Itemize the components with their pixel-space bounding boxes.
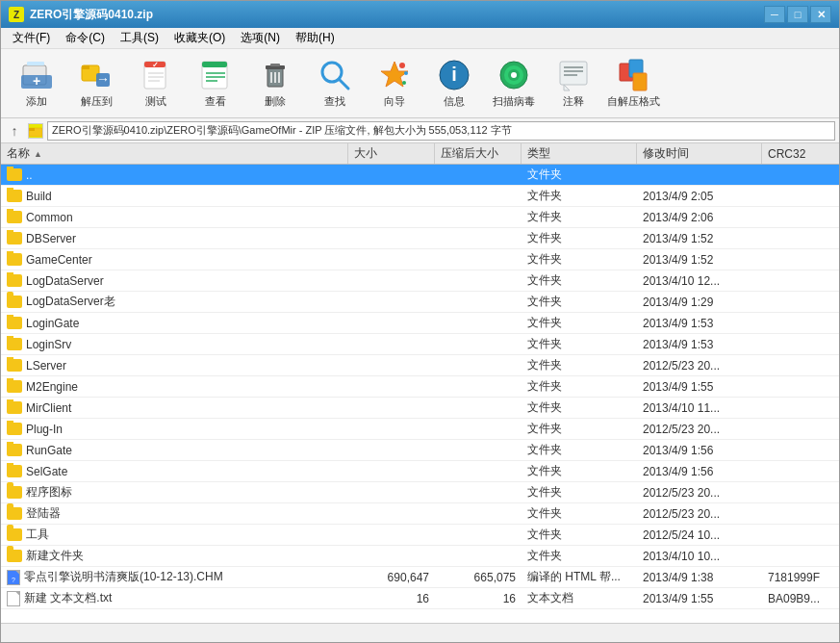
- file-modified-cell: 2012/5/23 20...: [637, 505, 762, 523]
- address-path[interactable]: ZERO引擎源码0410.zip\ZERO引擎源码\GameOfMir - ZI…: [47, 121, 835, 141]
- file-name-text: GameCenter: [26, 253, 92, 267]
- main-window: Z ZERO引擎源码0410.zip ─ □ ✕ 文件(F) 命令(C) 工具(…: [0, 0, 840, 643]
- header-size[interactable]: 大小: [348, 143, 435, 164]
- file-size-cell: [348, 491, 435, 495]
- file-name-text: Common: [26, 211, 73, 224]
- file-packed-cell: 665,075: [435, 569, 522, 586]
- view-button[interactable]: 查看: [188, 54, 243, 114]
- extract-icon: →: [79, 58, 114, 92]
- file-crc-cell: [762, 470, 839, 474]
- table-row[interactable]: Common文件夹2013/4/9 2:06: [1, 207, 839, 228]
- file-size-cell: [348, 237, 435, 241]
- info-button[interactable]: i 信息: [426, 54, 482, 114]
- table-row[interactable]: M2Engine文件夹2013/4/9 1:55: [1, 376, 839, 398]
- file-modified-cell: 2012/5/23 20...: [637, 484, 762, 502]
- header-type[interactable]: 类型: [522, 143, 637, 164]
- file-type-cell: 文件夹: [522, 419, 637, 439]
- file-size-cell: [348, 300, 435, 304]
- wizard-button[interactable]: 向导: [367, 54, 422, 114]
- file-name-text: LogDataServer老: [26, 294, 115, 310]
- menu-file[interactable]: 文件(F): [5, 28, 58, 48]
- file-modified-cell: 2013/4/9 2:06: [637, 209, 762, 226]
- table-row[interactable]: 新建 文本文档.txt1616文本文档2013/4/9 1:55BA09B9..…: [1, 588, 839, 609]
- table-row[interactable]: Build文件夹2013/4/9 2:05: [1, 186, 839, 207]
- table-row[interactable]: RunGate文件夹2013/4/9 1:56: [1, 440, 839, 461]
- comment-button[interactable]: 注释: [546, 54, 601, 114]
- folder-icon: [7, 550, 22, 562]
- table-row[interactable]: LoginSrv文件夹2013/4/9 1:53: [1, 334, 839, 355]
- file-size-cell: [348, 554, 435, 558]
- header-name[interactable]: 名称 ▲: [1, 143, 348, 164]
- extract-button[interactable]: → 解压到: [68, 54, 124, 114]
- file-name-text: 新建 文本文档.txt: [24, 590, 112, 606]
- file-packed-cell: [435, 427, 522, 431]
- file-modified-cell: 2013/4/9 2:05: [637, 188, 762, 205]
- svg-point-29: [404, 71, 408, 75]
- table-row[interactable]: 登陆器文件夹2012/5/23 20...: [1, 503, 839, 525]
- add-icon: +: [19, 58, 54, 92]
- table-row[interactable]: LoginGate文件夹2013/4/9 1:53: [1, 313, 839, 334]
- table-row[interactable]: ?零点引擎说明书清爽版(10-12-13).CHM690,647665,075编…: [1, 567, 839, 588]
- folder-icon: [7, 444, 22, 456]
- header-crc[interactable]: CRC32: [762, 145, 839, 163]
- test-icon: ✓: [139, 58, 173, 92]
- header-packed[interactable]: 压缩后大小: [435, 143, 522, 164]
- sfx-button[interactable]: 自解压格式: [605, 54, 661, 114]
- table-row[interactable]: SelGate文件夹2013/4/9 1:56: [1, 461, 839, 482]
- comment-label: 注释: [563, 94, 584, 109]
- file-name-text: 登陆器: [26, 505, 61, 522]
- svg-text:→: →: [96, 71, 110, 87]
- find-icon: [318, 58, 352, 92]
- table-row[interactable]: 新建文件夹文件夹2013/4/10 10...: [1, 546, 839, 567]
- folder-icon: [7, 423, 22, 435]
- file-size-cell: 690,647: [348, 569, 435, 586]
- back-button[interactable]: ↑: [5, 121, 24, 141]
- file-type-cell: 文件夹: [522, 546, 637, 566]
- svg-rect-46: [29, 128, 35, 131]
- file-size-cell: [348, 406, 435, 410]
- file-modified-cell: 2012/5/24 10...: [637, 527, 762, 544]
- status-bar: [1, 623, 839, 642]
- table-row[interactable]: LogDataServer老文件夹2013/4/9 1:29: [1, 292, 839, 313]
- menu-options[interactable]: 选项(N): [233, 28, 288, 48]
- file-crc-cell: [762, 406, 839, 410]
- file-crc-cell: [762, 427, 839, 431]
- file-size-cell: [348, 533, 435, 537]
- table-row[interactable]: Plug-In文件夹2012/5/23 20...: [1, 419, 839, 440]
- table-row[interactable]: LogDataServer文件夹2013/4/10 12...: [1, 270, 839, 292]
- header-modified[interactable]: 修改时间: [637, 143, 762, 164]
- file-modified-cell: 2013/4/9 1:53: [637, 315, 762, 332]
- file-packed-cell: 16: [435, 590, 522, 607]
- menu-tools[interactable]: 工具(S): [113, 28, 166, 48]
- file-size-cell: [348, 173, 435, 177]
- file-name-cell: RunGate: [1, 442, 348, 459]
- maximize-button[interactable]: □: [787, 6, 808, 23]
- table-row[interactable]: ..文件夹: [1, 165, 839, 186]
- folder-icon: [7, 465, 22, 477]
- file-crc-cell: 7181999F: [762, 569, 839, 586]
- file-modified-cell: 2013/4/10 12...: [637, 272, 762, 290]
- menu-help[interactable]: 帮助(H): [288, 28, 343, 48]
- app-icon: Z: [9, 7, 24, 22]
- window-title: ZERO引擎源码0410.zip: [30, 7, 764, 23]
- file-name-text: 新建文件夹: [26, 548, 84, 564]
- find-button[interactable]: 查找: [307, 54, 363, 114]
- delete-button[interactable]: 删除: [247, 54, 303, 114]
- file-name-cell: Common: [1, 209, 348, 226]
- menu-command[interactable]: 命令(C): [58, 28, 113, 48]
- file-packed-cell: [435, 258, 522, 262]
- scan-button[interactable]: 扫描病毒: [486, 54, 542, 114]
- menu-favorites[interactable]: 收藏夹(O): [166, 28, 233, 48]
- test-label: 测试: [145, 94, 166, 109]
- test-button[interactable]: ✓ 测试: [128, 54, 184, 114]
- table-row[interactable]: GameCenter文件夹2013/4/9 1:52: [1, 249, 839, 270]
- close-button[interactable]: ✕: [810, 6, 831, 23]
- table-row[interactable]: DBServer文件夹2013/4/9 1:52: [1, 228, 839, 249]
- add-button[interactable]: + 添加: [9, 54, 64, 114]
- minimize-button[interactable]: ─: [764, 6, 785, 23]
- table-row[interactable]: MirClient文件夹2013/4/10 11...: [1, 398, 839, 419]
- table-row[interactable]: LServer文件夹2012/5/23 20...: [1, 355, 839, 376]
- sort-arrow-name: ▲: [34, 149, 42, 159]
- table-row[interactable]: 程序图标文件夹2012/5/23 20...: [1, 482, 839, 503]
- table-row[interactable]: 工具文件夹2012/5/24 10...: [1, 525, 839, 546]
